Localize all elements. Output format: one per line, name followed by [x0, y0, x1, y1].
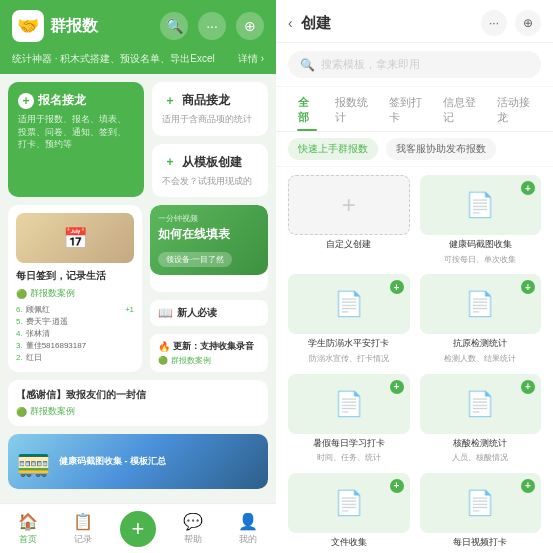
- doc-icon: 📄: [334, 489, 364, 517]
- help-icon: 💬: [183, 512, 203, 531]
- rank-list: 6.顾佩红+1 5.费天宇·逍遥 4.张林清 3.董佳5816893187 2.…: [16, 304, 134, 363]
- report-card[interactable]: + 报名接龙 适用于报数、报名、填表、投票、问卷、通知、签到、打卡、预约等: [8, 82, 144, 197]
- tab-all[interactable]: 全部: [288, 87, 325, 131]
- daily-card-image: 📅: [16, 213, 134, 263]
- sub-tabs-row: 快速上手群报数 我客服协助发布报数: [276, 132, 553, 167]
- nav-records-label: 记录: [74, 533, 92, 546]
- right-header: ‹ 创建 ··· ⊕: [276, 0, 553, 43]
- update-card-title: 🔥 更新：支持收集录音: [158, 340, 260, 353]
- thanks-title: 【感谢信】致报友们的一封信: [16, 388, 260, 402]
- template-student-safety-icon: 📄 +: [288, 274, 410, 334]
- tabs-row: 全部 报数统计 签到打卡 信息登记 活动接龙: [276, 87, 553, 132]
- tpl-plus-badge: +: [521, 380, 535, 394]
- tab-checkin[interactable]: 签到打卡: [379, 87, 433, 131]
- left-bottom-nav: 🏠 首页 📋 记录 + 💬 帮助 👤 我的: [0, 503, 276, 553]
- template-antigen[interactable]: 📄 + 抗原检测统计 检测人数、结果统计: [420, 274, 542, 363]
- report-card-desc: 适用于报数、报名、填表、投票、问卷、通知、签到、打卡、预约等: [18, 113, 134, 151]
- plus-icon: +: [342, 191, 356, 219]
- nav-help[interactable]: 💬 帮助: [166, 504, 221, 553]
- nav-create[interactable]: +: [110, 504, 165, 553]
- rank-item: 6.顾佩红+1: [16, 304, 134, 315]
- nav-help-label: 帮助: [184, 533, 202, 546]
- template-file-collect-icon: 📄 +: [288, 473, 410, 533]
- header-icons: 🔍 ··· ⊕: [160, 12, 264, 40]
- newbie-card-content: 📖 新人必读: [158, 306, 260, 320]
- template-nucleic-sub: 人员、核酸情况: [452, 453, 508, 463]
- search-input-box[interactable]: 🔍 搜索模板，拿来即用: [288, 51, 541, 78]
- thanks-sub: 🟢 群报数案例: [16, 405, 260, 418]
- rank-item: 4.张林清: [16, 328, 134, 339]
- train-card[interactable]: 🚃 健康码截图收集 - 模板汇总: [8, 434, 268, 489]
- search-icon[interactable]: 🔍: [160, 12, 188, 40]
- template-antigen-sub: 检测人数、结果统计: [444, 354, 516, 364]
- video-btn[interactable]: 领设备·一目了然: [158, 252, 232, 267]
- records-icon: 📋: [73, 512, 93, 531]
- app-title: 群报数: [50, 16, 98, 37]
- detail-link[interactable]: 详情 ›: [238, 52, 264, 66]
- back-icon[interactable]: ‹: [288, 15, 293, 31]
- tab-statistics[interactable]: 报数统计: [325, 87, 379, 131]
- template-file-collect[interactable]: 📄 + 文件收集: [288, 473, 410, 549]
- template-student-safety[interactable]: 📄 + 学生防溺水平安打卡 防溺水宣传、打卡情况: [288, 274, 410, 363]
- goods-card[interactable]: + 商品接龙 适用于含商品项的统计: [152, 82, 268, 136]
- daily-card-title: 每日签到，记录生活: [16, 269, 134, 283]
- right-more-icon[interactable]: ···: [481, 10, 507, 36]
- plus-circle: +: [18, 93, 34, 109]
- rank-item: 2.红日: [16, 352, 134, 363]
- profile-icon: 👤: [238, 512, 258, 531]
- doc-icon: 📄: [334, 290, 364, 318]
- header-left: 🤝 群报数: [12, 10, 98, 42]
- daily-card[interactable]: 📅 每日签到，记录生活 🟢 群报数案例 6.顾佩红+1 5.费天宇·逍遥 4.张…: [8, 205, 142, 372]
- nav-home-label: 首页: [19, 533, 37, 546]
- add-button[interactable]: +: [120, 511, 156, 547]
- template-nucleic[interactable]: 📄 + 核酸检测统计 人员、核酸情况: [420, 374, 542, 463]
- tab-activity[interactable]: 活动接龙: [487, 87, 541, 131]
- grid-row-3: 📄 + 暑假每日学习打卡 时间、任务、统计 📄 + 核酸检测统计 人员、核酸情况: [288, 374, 541, 463]
- tpl-plus-badge: +: [521, 280, 535, 294]
- tpl-plus-badge: +: [390, 479, 404, 493]
- templates-grid: + 自定义创建 📄 + 健康码截图收集 可按每日、单次收集 📄 + 学生防: [276, 167, 553, 553]
- subtitle-text: 统计神器 · 积木式搭建、预设名单、导出Excel: [12, 52, 215, 66]
- thanks-card[interactable]: 【感谢信】致报友们的一封信 🟢 群报数案例: [8, 380, 268, 426]
- template-daily-video[interactable]: 📄 + 每日视频打卡: [420, 473, 542, 549]
- search-bar: 🔍 搜索模板，拿来即用: [276, 43, 553, 87]
- mid-column: 一分钟视频 如何在线填表 领设备·一目了然 📖 新人必读 🔥: [150, 205, 268, 372]
- grid-row-2: 📄 + 学生防溺水平安打卡 防溺水宣传、打卡情况 📄 + 抗原检测统计 检测人数…: [288, 274, 541, 363]
- tab-info[interactable]: 信息登记: [433, 87, 487, 131]
- template-student-safety-label: 学生防溺水平安打卡: [308, 338, 389, 350]
- doc-icon: 📄: [465, 290, 495, 318]
- sub-tab-quickstart[interactable]: 快速上手群报数: [288, 138, 378, 160]
- right-title: 创建: [301, 14, 331, 33]
- cards-row-1: + 报名接龙 适用于报数、报名、填表、投票、问卷、通知、签到、打卡、预约等 + …: [8, 82, 268, 197]
- nav-profile[interactable]: 👤 我的: [221, 504, 276, 553]
- tpl-plus-badge: +: [521, 181, 535, 195]
- nav-home[interactable]: 🏠 首页: [0, 504, 55, 553]
- doc-icon: 📄: [465, 489, 495, 517]
- right-add-icon[interactable]: ⊕: [515, 10, 541, 36]
- right-panel: ‹ 创建 ··· ⊕ 🔍 搜索模板，拿来即用 全部 报数统计 签到打卡 信息登记…: [276, 0, 553, 553]
- newbie-card[interactable]: 📖 新人必读: [150, 300, 268, 326]
- sub-tab-service[interactable]: 我客服协助发布报数: [386, 138, 496, 160]
- template-custom-icon: +: [288, 175, 410, 235]
- template-health-qr-label: 健康码截图收集: [449, 239, 512, 251]
- doc-icon: 📄: [465, 390, 495, 418]
- video-tag: 一分钟视频: [158, 213, 260, 224]
- template-custom[interactable]: + 自定义创建: [288, 175, 410, 264]
- add-icon[interactable]: ⊕: [236, 12, 264, 40]
- left-content: + 报名接龙 适用于报数、报名、填表、投票、问卷、通知、签到、打卡、预约等 + …: [0, 74, 276, 503]
- template-daily-video-icon: 📄 +: [420, 473, 542, 533]
- plus-circle-goods: +: [162, 93, 178, 109]
- template-summer-study-icon: 📄 +: [288, 374, 410, 434]
- update-card[interactable]: 🔥 更新：支持收集录音 🟢 群报数案例: [150, 334, 268, 372]
- nav-records[interactable]: 📋 记录: [55, 504, 110, 553]
- video-title: 如何在线填表: [158, 227, 260, 243]
- template-summer-study-label: 暑假每日学习打卡: [313, 438, 385, 450]
- template-summer-study[interactable]: 📄 + 暑假每日学习打卡 时间、任务、统计: [288, 374, 410, 463]
- video-card[interactable]: 一分钟视频 如何在线填表 领设备·一目了然: [150, 205, 268, 292]
- template-card[interactable]: + 从模板创建 不会发？试我用现成的: [152, 144, 268, 198]
- tpl-plus-badge: +: [390, 280, 404, 294]
- more-icon[interactable]: ···: [198, 12, 226, 40]
- rank-item: 3.董佳5816893187: [16, 340, 134, 351]
- template-health-qr[interactable]: 📄 + 健康码截图收集 可按每日、单次收集: [420, 175, 542, 264]
- home-icon: 🏠: [18, 512, 38, 531]
